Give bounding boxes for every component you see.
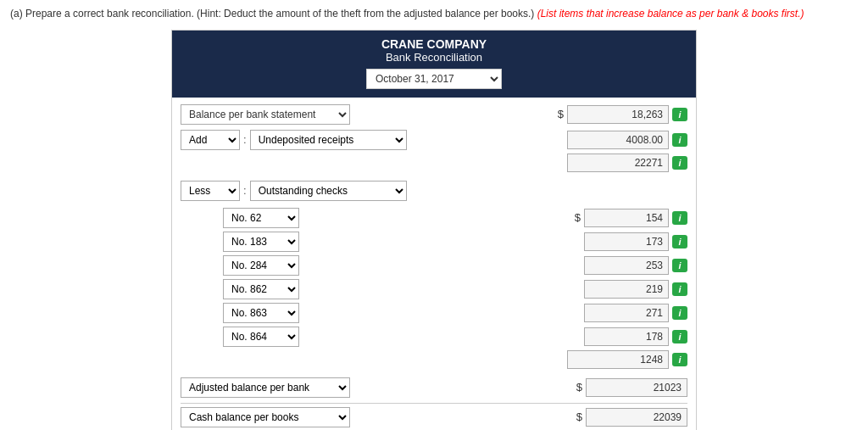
subtotal-right: i [567,154,687,172]
dollar-sign-adj: $ [576,381,582,394]
dollar-sign-62: $ [575,211,581,224]
subtotal-input[interactable] [567,154,669,172]
company-name: CRANE COMPANY [175,37,693,51]
check-183-right: i [584,232,687,251]
rec-title: Bank Reconciliation [175,51,693,64]
adjusted-bank-select[interactable]: Adjusted balance per bank [181,377,350,398]
adjusted-bank-row: Adjusted balance per bank $ [181,377,687,398]
check-862-right: i [584,280,687,299]
cash-balance-input[interactable] [586,408,687,427]
balance-per-bank-info-btn[interactable]: i [672,108,687,121]
undeposited-receipts-select[interactable]: Undeposited receipts [250,130,407,150]
dollar-sign-1: $ [558,108,564,120]
check-62-right: $ i [571,209,687,227]
check-284-input[interactable] [584,256,669,275]
check-862-info-btn[interactable]: i [672,282,687,296]
divider [181,403,687,404]
checks-total-row: i [181,350,687,369]
check-863-info-btn[interactable]: i [672,306,687,320]
check-864-right: i [584,327,687,346]
balance-per-bank-right: $ i [554,105,687,124]
add-amount-right: i [567,131,687,149]
colon-1: : [243,133,247,146]
add-select[interactable]: Add [181,130,240,150]
subtotal-row: i [181,154,687,172]
check-183-info-btn[interactable]: i [672,235,687,249]
check-row-284: No. 284 i [223,255,687,276]
check-863-select[interactable]: No. 863 [223,303,299,323]
less-select[interactable]: Less [181,181,240,201]
check-863-right: i [584,304,687,322]
check-183-input[interactable] [584,232,669,251]
colon-2: : [243,184,247,197]
check-62-input[interactable] [584,209,669,227]
check-row-62: No. 62 $ i [223,208,687,228]
check-284-right: i [584,256,687,275]
date-row: October 31, 2017 [175,64,693,94]
check-284-select[interactable]: No. 284 [223,255,299,276]
cash-balance-select[interactable]: Cash balance per books [181,407,350,427]
subtotal-info-btn[interactable]: i [672,156,687,170]
bank-rec-container: CRANE COMPANY Bank Reconciliation Octobe… [171,30,697,430]
hint-text: (a) Prepare a correct bank reconciliatio… [10,7,858,21]
check-864-input[interactable] [584,327,669,346]
add-row: Add : Undeposited receipts i [181,130,687,150]
check-183-select[interactable]: No. 183 [223,232,299,252]
less-row: Less : Outstanding checks [181,181,687,201]
adjusted-bank-right: $ [573,378,687,397]
checks-total-info-btn[interactable]: i [672,353,687,366]
balance-per-bank-input[interactable] [567,105,669,124]
check-864-select[interactable]: No. 864 [223,327,299,347]
adjusted-bank-input[interactable] [586,378,687,397]
check-62-info-btn[interactable]: i [672,211,687,225]
check-863-input[interactable] [584,304,669,322]
hint-suffix: (List items that increase balance as per… [537,8,804,20]
check-864-info-btn[interactable]: i [672,330,687,343]
check-row-862: No. 862 i [223,279,687,299]
check-284-info-btn[interactable]: i [672,259,687,272]
cash-balance-right: $ [573,408,687,427]
balance-per-bank-row: Balance per bank statement $ i [181,104,687,125]
add-amount-input[interactable] [567,131,669,149]
check-862-select[interactable]: No. 862 [223,279,299,299]
check-row-863: No. 863 i [223,303,687,323]
balance-per-bank-select[interactable]: Balance per bank statement [181,104,350,125]
date-select[interactable]: October 31, 2017 [366,69,502,89]
dollar-sign-cash: $ [576,410,582,423]
rec-body: Balance per bank statement $ i Add : Und… [172,98,696,430]
check-62-select[interactable]: No. 62 [223,208,299,228]
hint-prefix: (a) Prepare a correct bank reconciliatio… [10,8,534,20]
checks-total-input[interactable] [567,350,669,369]
check-862-input[interactable] [584,280,669,299]
cash-balance-row: Cash balance per books $ [181,407,687,427]
add-amount-info-btn[interactable]: i [672,133,687,147]
bank-rec-header: CRANE COMPANY Bank Reconciliation Octobe… [172,31,696,98]
checks-total-right: i [567,350,687,369]
outstanding-checks-select[interactable]: Outstanding checks [250,181,407,201]
check-row-864: No. 864 i [223,327,687,347]
check-row-183: No. 183 i [223,232,687,252]
